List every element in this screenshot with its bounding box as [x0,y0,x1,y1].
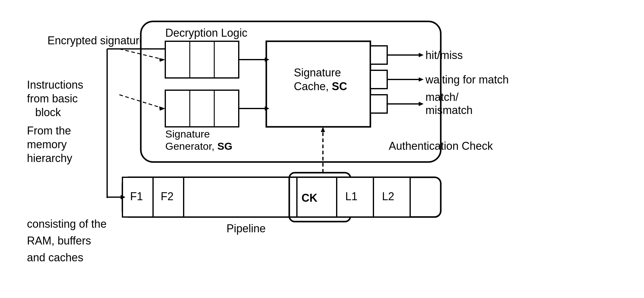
l1-label: L1 [345,190,358,203]
instructions-label-line2: from basic [27,92,78,105]
match-mismatch-label-line1: match/ [425,91,459,103]
and-caches-label: and caches [27,251,83,264]
svg-rect-2 [165,41,239,78]
svg-rect-10 [370,70,387,89]
pipeline-label: Pipeline [227,222,266,235]
decryption-logic-label: Decryption Logic [165,27,247,39]
svg-rect-11 [370,95,387,113]
waiting-for-match-label: waiting for match [425,73,509,86]
instructions-label-line1: Instructions [27,79,83,91]
svg-rect-5 [165,90,239,127]
from-the-label: From the [27,124,71,137]
hit-miss-label: hit/miss [425,49,463,61]
f1-label: F1 [130,190,143,203]
svg-rect-29 [184,177,297,217]
signature-cache-label-line1: Signature [294,66,341,79]
signature-cache-label-line2: Cache, SC [294,80,347,93]
instructions-label-line3: block [35,106,61,119]
svg-rect-9 [370,46,387,64]
generator-sg-label: Generator, SG [165,140,232,152]
f2-label: F2 [161,190,174,203]
hierarchy-label: hierarchy [27,152,72,164]
signature-generator-label: Signature [165,128,210,140]
encrypted-signature-label: Encrypted signature [47,34,145,47]
auth-check-label: Authentication Check [389,140,493,152]
l2-label: L2 [382,190,394,203]
memory-label: memory [27,138,67,151]
match-mismatch-label-line2: mismatch [425,104,473,116]
ck-label: CK [301,192,317,204]
ram-buffers-label: RAM, buffers [27,234,91,247]
consisting-of-label: consisting of the [27,218,107,230]
